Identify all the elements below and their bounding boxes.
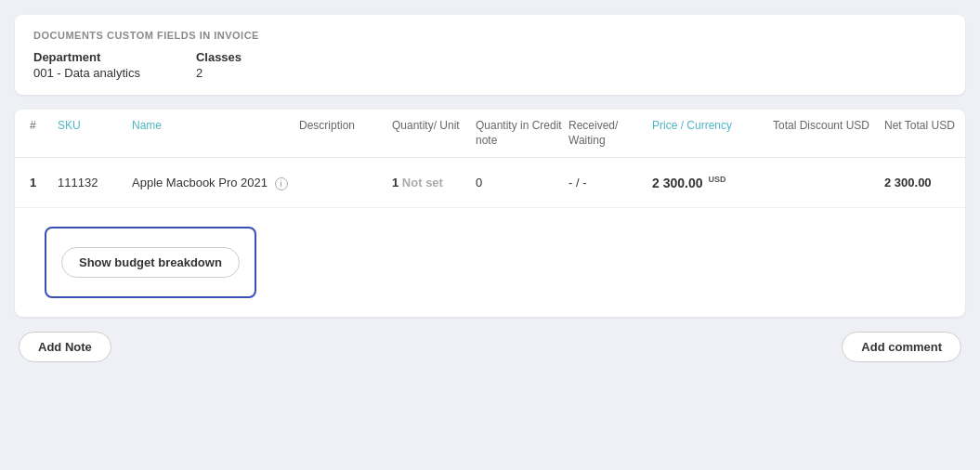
cell-net-total: 2 300.00	[884, 176, 965, 189]
col-header-price: Price / Currency	[652, 119, 773, 148]
cell-received: - / -	[568, 176, 652, 189]
show-budget-button[interactable]: Show budget breakdown	[61, 247, 240, 278]
col-header-quantity-credit: Quantity in Credit note	[476, 119, 568, 148]
custom-field-department: Department 001 - Data analytics	[33, 50, 140, 80]
info-icon[interactable]: i	[275, 177, 288, 190]
not-set-label: Not set	[402, 176, 443, 189]
classes-value: 2	[196, 66, 203, 80]
custom-fields-title: DOCUMENTS CUSTOM FIELDS IN INVOICE	[33, 30, 947, 41]
add-note-button[interactable]: Add Note	[19, 332, 111, 362]
col-header-sku: SKU	[58, 119, 132, 148]
col-header-name: Name	[132, 119, 299, 148]
department-value: 001 - Data analytics	[33, 66, 140, 80]
custom-fields-card: DOCUMENTS CUSTOM FIELDS IN INVOICE Depar…	[15, 15, 965, 95]
budget-breakdown-container: Show budget breakdown	[15, 208, 965, 317]
col-header-net-total: Net Total USD	[884, 119, 965, 148]
budget-breakdown-highlight: Show budget breakdown	[45, 227, 256, 298]
cell-quantity: 1 Not set	[392, 176, 476, 189]
department-label: Department	[33, 50, 140, 64]
currency-label: USD	[708, 175, 725, 184]
cell-price: 2 300.00 USD	[652, 175, 773, 190]
invoice-table: # SKU Name Description Quantity/ Unit Qu…	[15, 110, 965, 317]
cell-name: Apple Macbook Pro 2021 i	[132, 176, 299, 190]
col-header-num: #	[30, 119, 58, 148]
cell-num: 1	[30, 176, 58, 189]
col-header-description: Description	[299, 119, 392, 148]
bottom-actions: Add Note Add comment	[15, 317, 965, 366]
custom-field-classes: Classes 2	[196, 50, 242, 80]
classes-label: Classes	[196, 50, 242, 64]
add-comment-button[interactable]: Add comment	[842, 332, 961, 362]
col-header-quantity: Quantity/ Unit	[392, 119, 476, 148]
table-header: # SKU Name Description Quantity/ Unit Qu…	[15, 110, 965, 158]
table-row: 1 111132 Apple Macbook Pro 2021 i 1 Not …	[15, 158, 965, 208]
cell-quantity-credit: 0	[476, 176, 568, 189]
col-header-received: Received/ Waiting	[568, 119, 652, 148]
col-header-total-discount: Total Discount USD	[773, 119, 884, 148]
custom-fields-row: Department 001 - Data analytics Classes …	[33, 50, 947, 80]
cell-sku: 111132	[58, 176, 132, 189]
